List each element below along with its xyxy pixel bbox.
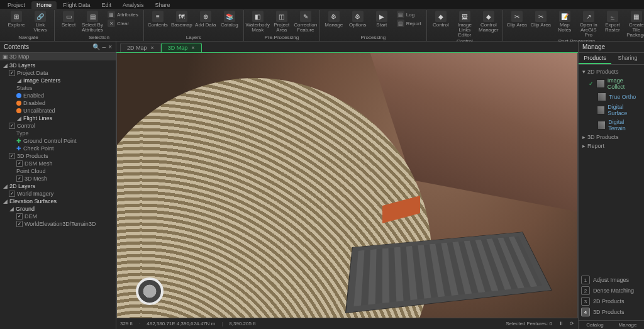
ribbon-link-views-button[interactable]: 🔗Link Views bbox=[29, 10, 52, 33]
ribbon-explore-button[interactable]: ⊞Explore bbox=[5, 10, 28, 28]
tree-type[interactable]: Type bbox=[0, 130, 116, 137]
footer-tab-manage[interactable]: Manage bbox=[611, 321, 644, 329]
contents-root[interactable]: ▣ 3D Map bbox=[0, 53, 116, 60]
tree-enabled[interactable]: Enabled bbox=[0, 92, 116, 99]
contents-tools: 🔍 – × bbox=[92, 43, 112, 50]
tree-worldelevation3d-terrain3d[interactable]: ✓WorldElevation3D/Terrain3D bbox=[0, 220, 116, 228]
tree-dem[interactable]: ✓DEM bbox=[0, 213, 116, 220]
menu-tab-edit[interactable]: Edit bbox=[97, 1, 117, 9]
add-data-icon: ⊕ bbox=[200, 11, 211, 22]
tree-2d-layers[interactable]: ◢2D Layers bbox=[0, 182, 116, 190]
tree-3d-layers[interactable]: ◢3D Layers bbox=[0, 62, 116, 69]
ribbon-control-button[interactable]: ◆Control bbox=[430, 10, 452, 28]
tree-status[interactable]: Status bbox=[0, 84, 116, 92]
refresh-icon[interactable]: ⟳ bbox=[570, 321, 574, 326]
tree-ground-control-point[interactable]: ✚Ground Control Point bbox=[0, 137, 116, 145]
tree-elevation-surfaces[interactable]: ◢Elevation Surfaces bbox=[0, 198, 116, 205]
ribbon-catalog-button[interactable]: 📚Catalog bbox=[218, 10, 241, 28]
manage-section-report[interactable]: ▸Report bbox=[580, 142, 643, 150]
manage-section-3d-products[interactable]: ▸3D Products bbox=[580, 133, 643, 142]
tree-flight-lines[interactable]: ◢Flight Lines bbox=[0, 114, 116, 122]
ribbon-clip-area-button[interactable]: ✂Clip Area bbox=[506, 10, 528, 28]
tree-project-data[interactable]: ✓Project Data bbox=[0, 69, 116, 77]
ribbon-contents-button[interactable]: ≡Contents bbox=[147, 10, 169, 28]
ribbon-export-raster-button[interactable]: ⎁Export Raster bbox=[601, 10, 624, 33]
ribbon-basemap-button[interactable]: 🗺Basemap bbox=[170, 10, 193, 28]
select-icon: ▭ bbox=[63, 11, 74, 22]
contents-title: Contents bbox=[4, 43, 29, 50]
ribbon-map-notes-button[interactable]: 📝Map Notes bbox=[553, 10, 576, 33]
manage-item-image-collect[interactable]: ✓Image Collect bbox=[580, 76, 643, 91]
search-icon[interactable]: 🔍 bbox=[92, 43, 100, 50]
compass-widget[interactable] bbox=[136, 277, 164, 305]
tree-control[interactable]: ✓Control bbox=[0, 122, 116, 130]
ribbon-project-area-button[interactable]: ◫Project Area bbox=[270, 10, 293, 33]
manage-item-digital-terrain[interactable]: Digital Terrain bbox=[580, 118, 643, 133]
manage-item-digital-surface[interactable]: Digital Surface bbox=[580, 103, 643, 118]
menu-tab-home[interactable]: Home bbox=[31, 1, 57, 9]
manage-section-2d-products[interactable]: ▾2D Products bbox=[580, 67, 643, 76]
status-scale[interactable]: 329 ft bbox=[120, 321, 133, 326]
ribbon-clip-area-button[interactable]: ✂Clip Area bbox=[530, 10, 552, 28]
checkbox-icon[interactable]: ✓ bbox=[16, 213, 23, 220]
tree-disabled[interactable]: Disabled bbox=[0, 99, 116, 107]
manage-tab-sharing[interactable]: Sharing bbox=[611, 53, 644, 64]
ribbon-image-links-editor-button[interactable]: 🖼Image Links Editor bbox=[453, 10, 476, 38]
checkbox-icon[interactable]: ✓ bbox=[16, 176, 23, 182]
tree-image-centers[interactable]: ◢Image Centers bbox=[0, 77, 116, 84]
map-canvas[interactable] bbox=[116, 53, 578, 318]
ribbon-log-button[interactable]: ▤Log bbox=[394, 10, 424, 19]
menu-tab-project[interactable]: Project bbox=[3, 1, 30, 9]
ribbon-clear-button[interactable]: ✕Clear bbox=[105, 19, 141, 28]
menu-tab-analysis[interactable]: Analysis bbox=[118, 1, 149, 9]
tree-ground[interactable]: ◢Ground bbox=[0, 205, 116, 213]
tree-3d-mesh[interactable]: ✓3D Mesh bbox=[0, 175, 116, 182]
ribbon-correction-feature-button[interactable]: ✎Correction Feature bbox=[294, 10, 317, 33]
ribbon-attributes-button[interactable]: ▦Attributes bbox=[105, 10, 141, 19]
ribbon-open-in-arcgis-pro-button[interactable]: ↗Open in ArcGIS Pro bbox=[577, 10, 600, 38]
checkbox-icon[interactable]: ✓ bbox=[9, 70, 15, 76]
map-icon: ▣ bbox=[3, 53, 8, 60]
checkbox-icon[interactable]: ✓ bbox=[16, 160, 23, 167]
ribbon-select-by-attributes-button[interactable]: ▤Select By Attributes bbox=[81, 10, 104, 33]
view-area: 2D Map×3D Map× 329 ft · 482,380.71E 4,39… bbox=[116, 42, 578, 329]
disclosure-icon: ◢ bbox=[16, 115, 21, 121]
view-tab-2d-map[interactable]: 2D Map× bbox=[120, 43, 161, 52]
close-icon[interactable]: × bbox=[151, 45, 154, 51]
manage-item-true-ortho[interactable]: True Ortho bbox=[580, 91, 643, 103]
ribbon-create-tile-package-button[interactable]: ▦Create Tile Package bbox=[625, 10, 644, 38]
manage-tab-products[interactable]: Products bbox=[579, 53, 611, 64]
ribbon-waterbody-mask-button[interactable]: ◧Waterbody Mask bbox=[247, 10, 269, 33]
tree-uncalibrated[interactable]: Uncalibrated bbox=[0, 107, 116, 114]
checkbox-icon[interactable]: ✓ bbox=[9, 191, 15, 197]
workflow-step-3d-products[interactable]: 43D Products bbox=[581, 308, 641, 316]
checkbox-icon[interactable]: ✓ bbox=[16, 221, 23, 227]
tree-point-cloud[interactable]: Point Cloud bbox=[0, 167, 116, 175]
menu-tab-share[interactable]: Share bbox=[150, 1, 175, 9]
collapse-icon[interactable]: – bbox=[103, 43, 106, 50]
tree-check-point[interactable]: ✚Check Point bbox=[0, 145, 116, 152]
pause-icon[interactable]: ⏸ bbox=[558, 321, 564, 326]
ribbon-start-button[interactable]: ▶Start bbox=[370, 10, 393, 28]
menu-tabstrip: ProjectHomeFlight DataEditAnalysisShare bbox=[0, 0, 644, 9]
workflow-step-dense-matching[interactable]: 2Dense Matching bbox=[581, 286, 641, 295]
manage-icon: ⚙ bbox=[328, 11, 340, 22]
ribbon-control-manager-button[interactable]: ◆Control Manager bbox=[477, 10, 500, 33]
workflow-step-adjust-images[interactable]: 1Adjust Images bbox=[581, 276, 641, 284]
ribbon-select-button[interactable]: ▭Select bbox=[57, 10, 80, 28]
tree-3d-products[interactable]: ✓3D Products bbox=[0, 152, 116, 160]
close-icon[interactable]: × bbox=[191, 45, 194, 51]
ribbon-add-data-button[interactable]: ⊕Add Data bbox=[194, 10, 217, 28]
tree-world-imagery[interactable]: ✓World Imagery bbox=[0, 190, 116, 198]
checkbox-icon[interactable]: ✓ bbox=[9, 153, 15, 159]
workflow-step-2d-products[interactable]: 32D Products bbox=[581, 297, 641, 306]
view-tab-3d-map[interactable]: 3D Map× bbox=[161, 43, 202, 52]
ribbon-options-button[interactable]: ⚙Options bbox=[347, 10, 369, 28]
close-icon[interactable]: × bbox=[108, 43, 112, 50]
ribbon-report-button[interactable]: ▤Report bbox=[394, 19, 424, 28]
tree-dsm-mesh[interactable]: ✓DSM Mesh bbox=[0, 160, 116, 167]
checkbox-icon[interactable]: ✓ bbox=[9, 123, 15, 129]
footer-tab-catalog[interactable]: Catalog bbox=[579, 321, 611, 329]
menu-tab-flight-data[interactable]: Flight Data bbox=[58, 1, 96, 9]
ribbon-manage-button[interactable]: ⚙Manage bbox=[323, 10, 345, 28]
